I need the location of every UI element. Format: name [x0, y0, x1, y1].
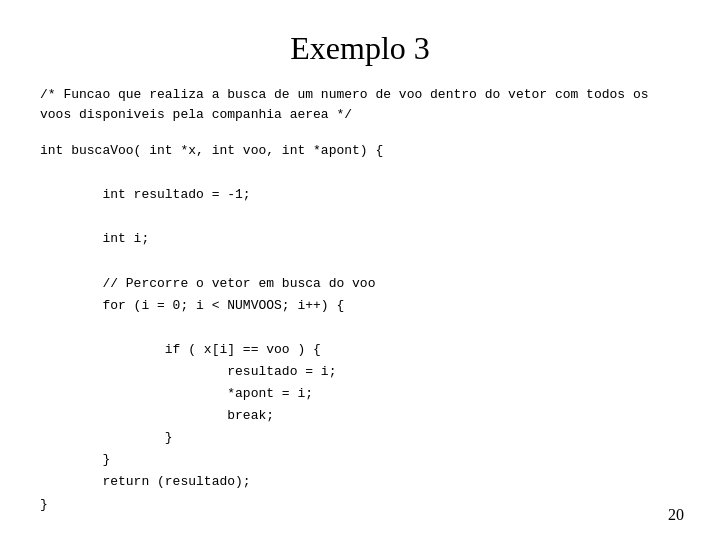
slide-container: Exemplo 3 /* Funcao que realiza a busca … — [0, 0, 720, 540]
slide-title: Exemplo 3 — [40, 30, 680, 67]
code-block: int buscaVoo( int *x, int voo, int *apon… — [40, 140, 680, 516]
comment-block: /* Funcao que realiza a busca de um nume… — [40, 85, 680, 124]
page-number: 20 — [668, 506, 684, 524]
